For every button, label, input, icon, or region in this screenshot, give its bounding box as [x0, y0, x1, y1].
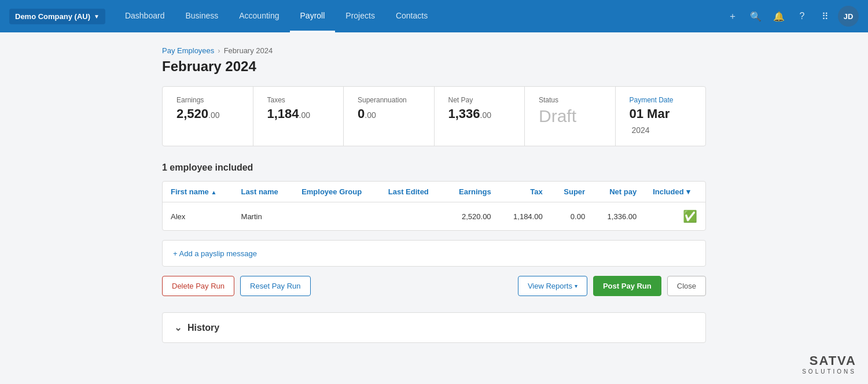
- nav-link-payroll[interactable]: Payroll: [290, 0, 336, 32]
- page-title: February 2024: [162, 58, 706, 75]
- view-reports-chevron-icon: ▾: [575, 283, 578, 289]
- payment-date-label: Payment Date: [630, 96, 692, 104]
- history-section: ⌄ History: [162, 312, 706, 343]
- employees-table: First name ▲ Last name Employee Group La…: [163, 182, 705, 230]
- included-check-icon: ✅: [683, 210, 697, 223]
- notifications-icon[interactable]: 🔔: [768, 6, 789, 27]
- super-label: Superannuation: [358, 96, 420, 104]
- cell-first-name: Alex: [163, 202, 233, 231]
- satva-name: SATVA: [802, 353, 856, 357]
- sort-first-name-icon: ▲: [211, 189, 216, 195]
- col-tax[interactable]: Tax: [499, 182, 551, 202]
- breadcrumb-parent[interactable]: Pay Employees: [162, 46, 214, 55]
- main-nav: Demo Company (AU) ▼ DashboardBusinessAcc…: [0, 0, 868, 32]
- payment-date-value: 01 Mar 2024: [630, 106, 692, 136]
- col-last-name[interactable]: Last name: [233, 182, 294, 202]
- left-buttons: Delete Pay Run Reset Pay Run: [162, 276, 311, 296]
- cell-included: ✅: [645, 202, 705, 231]
- post-pay-run-button[interactable]: Post Pay Run: [593, 276, 661, 296]
- summary-super: Superannuation 0.00: [344, 87, 435, 146]
- summary-card: Earnings 2,520.00 Taxes 1,184.00 Superan…: [162, 86, 706, 146]
- payslip-message-section: + Add a payslip message: [162, 240, 706, 267]
- summary-payment-date: Payment Date 01 Mar 2024: [616, 87, 706, 146]
- close-button[interactable]: Close: [667, 276, 706, 296]
- col-net-pay[interactable]: Net pay: [593, 182, 645, 202]
- earnings-label: Earnings: [176, 96, 239, 104]
- nav-link-dashboard[interactable]: Dashboard: [115, 0, 175, 32]
- employee-tbody: Alex Martin 2,520.00 1,184.00 0.00 1,336…: [163, 202, 705, 231]
- company-name: Demo Company (AU): [15, 12, 90, 21]
- cell-tax: 1,184.00: [499, 202, 551, 231]
- breadcrumb: Pay Employees › February 2024: [162, 46, 706, 55]
- cell-earnings: 2,520.00: [444, 202, 499, 231]
- netpay-value: 1,336.00: [448, 106, 511, 121]
- view-reports-button[interactable]: View Reports ▾: [518, 276, 587, 296]
- col-last-edited[interactable]: Last Edited: [380, 182, 444, 202]
- company-switcher[interactable]: Demo Company (AU) ▼: [9, 9, 105, 24]
- nav-right: ＋ 🔍 🔔 ? ⠿ JD: [722, 6, 859, 27]
- employees-table-container: First name ▲ Last name Employee Group La…: [162, 181, 706, 231]
- status-value: Draft: [539, 106, 601, 126]
- summary-netpay: Net Pay 1,336.00: [435, 87, 525, 146]
- reset-pay-run-button[interactable]: Reset Pay Run: [240, 276, 310, 296]
- breadcrumb-current: February 2024: [224, 46, 273, 55]
- page-content: Pay Employees › February 2024 February 2…: [150, 32, 718, 357]
- breadcrumb-separator: ›: [218, 46, 220, 55]
- avatar[interactable]: JD: [838, 6, 859, 27]
- earnings-value: 2,520.00: [176, 106, 239, 121]
- history-chevron-icon: ⌄: [174, 322, 182, 333]
- cell-last-name: Martin: [233, 202, 294, 231]
- cell-employee-group: [293, 202, 380, 231]
- super-value: 0.00: [358, 106, 420, 121]
- table-row[interactable]: Alex Martin 2,520.00 1,184.00 0.00 1,336…: [163, 202, 705, 231]
- col-first-name[interactable]: First name ▲: [163, 182, 233, 202]
- table-header: First name ▲ Last name Employee Group La…: [163, 182, 705, 202]
- col-employee-group[interactable]: Employee Group: [293, 182, 380, 202]
- cell-last-edited: [380, 202, 444, 231]
- nav-links: DashboardBusinessAccountingPayrollProjec…: [115, 0, 722, 32]
- history-label: History: [187, 323, 219, 333]
- bottom-bar: Delete Pay Run Reset Pay Run View Report…: [162, 276, 706, 296]
- summary-status: Status Draft: [525, 87, 616, 146]
- nav-link-business[interactable]: Business: [175, 0, 229, 32]
- add-payslip-message-link[interactable]: + Add a payslip message: [173, 249, 257, 258]
- netpay-label: Net Pay: [448, 96, 511, 104]
- satva-branding: SATVA SOLUTIONS: [802, 353, 856, 357]
- included-chevron-icon: ▾: [686, 187, 690, 196]
- taxes-label: Taxes: [267, 96, 330, 104]
- apps-icon[interactable]: ⠿: [815, 6, 836, 27]
- cell-super: 0.00: [551, 202, 593, 231]
- add-icon[interactable]: ＋: [722, 6, 743, 27]
- col-super[interactable]: Super: [551, 182, 593, 202]
- col-included[interactable]: Included ▾: [645, 182, 705, 202]
- taxes-value: 1,184.00: [267, 106, 330, 121]
- right-buttons: View Reports ▾ Post Pay Run Close: [518, 276, 706, 296]
- cell-net-pay: 1,336.00: [593, 202, 645, 231]
- company-chevron-icon: ▼: [94, 13, 100, 20]
- history-header[interactable]: ⌄ History: [174, 322, 694, 333]
- nav-link-projects[interactable]: Projects: [335, 0, 385, 32]
- summary-taxes: Taxes 1,184.00: [253, 87, 344, 146]
- nav-link-accounting[interactable]: Accounting: [229, 0, 289, 32]
- search-icon[interactable]: 🔍: [745, 6, 766, 27]
- employee-count-label: 1 employee included: [162, 163, 706, 173]
- summary-earnings: Earnings 2,520.00: [163, 87, 253, 146]
- col-earnings[interactable]: Earnings: [444, 182, 499, 202]
- delete-pay-run-button[interactable]: Delete Pay Run: [162, 276, 234, 296]
- nav-link-contacts[interactable]: Contacts: [385, 0, 438, 32]
- help-icon[interactable]: ?: [792, 6, 812, 27]
- status-label: Status: [539, 96, 601, 104]
